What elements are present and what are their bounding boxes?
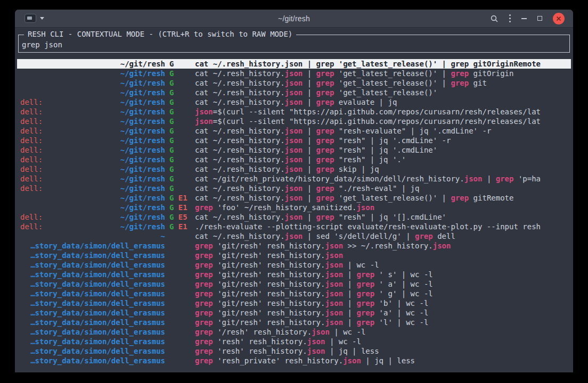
match-text: grep bbox=[356, 318, 374, 327]
history-row[interactable]: ~/git/reshGcat ~/.resh_history.json | gr… bbox=[17, 88, 571, 97]
path-label: …story_data/simon/dell_erasmus bbox=[30, 241, 165, 251]
cmd-text: | bbox=[303, 136, 316, 145]
history-row[interactable]: ~/git/reshG E1grep 'foo' ~/resh_history_… bbox=[17, 203, 571, 212]
history-row[interactable]: dell:~/git/reshG E5cat ~/.resh_history.j… bbox=[17, 212, 571, 222]
cmd-text: cat ~/git/resh_private/history_data/simo… bbox=[195, 174, 464, 183]
command-text: cat ~/.resh_history.json | grep "resh" |… bbox=[195, 155, 571, 164]
cmd-text: | bbox=[303, 213, 316, 221]
flag-ok: G bbox=[169, 174, 174, 183]
cmd-text: 'p=ha bbox=[513, 174, 541, 183]
menu-button[interactable] bbox=[509, 14, 511, 22]
match-text: grep bbox=[195, 356, 213, 365]
cmd-text: | bbox=[303, 79, 316, 87]
history-row[interactable]: …story_data/simon/dell_erasmusgrep 'resh… bbox=[17, 356, 571, 365]
match-text: grep bbox=[356, 299, 374, 307]
cmd-text: | wc -l bbox=[343, 261, 379, 269]
match-text: json bbox=[325, 280, 343, 288]
window-title: ~/git/resh bbox=[132, 14, 456, 23]
terminal-content: RESH CLI - CONTEXTUAL MODE - (CTRL+R to … bbox=[15, 28, 573, 372]
history-row[interactable]: …story_data/simon/dell_erasmusgrep 'git/… bbox=[17, 308, 571, 318]
match-text: json bbox=[285, 146, 303, 154]
cmd-text: 'git/resh' resh_history. bbox=[213, 270, 325, 279]
match-text: grep bbox=[316, 88, 334, 97]
history-row[interactable]: dell:~/git/reshGcat ~/.resh_history.json… bbox=[17, 184, 571, 193]
history-row[interactable]: dell:~/git/reshGcat ~/git/resh_private/h… bbox=[17, 174, 571, 184]
history-row[interactable]: dell:~/git/reshGjson=$(curl --silent "ht… bbox=[17, 107, 571, 116]
history-row[interactable]: dell:~/git/reshG E1./resh-evaluate --plo… bbox=[17, 222, 571, 231]
path-label: ~/git/resh bbox=[120, 88, 165, 97]
history-row[interactable]: …story_data/simon/dell_erasmusgrep '/res… bbox=[17, 327, 571, 337]
path-label: ~/git/resh bbox=[120, 126, 165, 136]
history-row[interactable]: dell:~/git/reshGcat ~/.resh_history.json… bbox=[17, 145, 571, 155]
row-left: …story_data/simon/dell_erasmus bbox=[17, 337, 165, 346]
match-text: grep bbox=[451, 60, 469, 68]
history-row[interactable]: …story_data/simon/dell_erasmusgrep 'resh… bbox=[17, 337, 571, 346]
history-row[interactable]: …story_data/simon/dell_erasmusgrep 'git/… bbox=[17, 298, 571, 308]
history-row[interactable]: dell:~/git/reshGjson=$(curl --silent "ht… bbox=[17, 116, 571, 126]
match-text: grep bbox=[451, 79, 469, 87]
history-row[interactable]: ~cat ~/.resh_history.json | sed 's/dell/… bbox=[17, 231, 571, 241]
flags: G bbox=[169, 59, 192, 69]
flags: G bbox=[169, 164, 192, 174]
history-row[interactable]: dell:~/git/reshGcat ~/.resh_history.json… bbox=[17, 164, 571, 174]
history-row[interactable]: …story_data/simon/dell_erasmusgrep 'resh… bbox=[17, 346, 571, 356]
match-text: grep bbox=[316, 69, 334, 78]
cmd-text: cat ~/.resh_history. bbox=[195, 232, 285, 240]
match-text: json bbox=[325, 318, 343, 327]
match-text: json bbox=[325, 251, 343, 260]
cmd-text: | bbox=[343, 270, 356, 279]
cmd-text: | bbox=[303, 146, 316, 154]
cmd-text: | bbox=[303, 88, 316, 97]
command-text: cat ~/.resh_history.json | grep skip | j… bbox=[195, 164, 571, 174]
row-left: dell:~/git/resh bbox=[17, 212, 165, 222]
flag-ok: G bbox=[169, 127, 174, 135]
history-row[interactable]: …story_data/simon/dell_erasmusgrep 'git/… bbox=[17, 241, 571, 251]
history-row[interactable]: …story_data/simon/dell_erasmusgrep 'git/… bbox=[17, 318, 571, 327]
match-text: grep bbox=[316, 165, 334, 173]
flags: G E1 bbox=[169, 193, 192, 203]
minimize-button[interactable] bbox=[521, 18, 527, 19]
close-button[interactable] bbox=[553, 13, 565, 24]
restore-button[interactable] bbox=[537, 16, 542, 21]
cmd-text: 'resh' resh_history. bbox=[213, 347, 307, 355]
command-text: cat ~/.resh_history.json | grep "./resh-… bbox=[195, 184, 571, 193]
cmd-text: =$(curl --silent "https://api.github.com… bbox=[213, 107, 541, 116]
history-row[interactable]: ~/git/reshGcat ~/.resh_history.json | gr… bbox=[17, 78, 571, 88]
path-label: ~/git/resh bbox=[120, 155, 165, 164]
history-row[interactable]: ~/git/reshGcat ~/.resh_history.json | gr… bbox=[17, 59, 571, 69]
flag-ok: G bbox=[169, 60, 174, 68]
flags: G bbox=[169, 69, 192, 78]
command-text: cat ~/.resh_history.json | sed 's/dell/d… bbox=[195, 231, 571, 241]
row-left: …story_data/simon/dell_erasmus bbox=[17, 260, 165, 270]
row-left: ~/git/resh bbox=[17, 69, 165, 78]
history-row[interactable]: ~/git/reshGcat ~/.resh_history.json | gr… bbox=[17, 69, 571, 78]
app-menu-button[interactable] bbox=[23, 13, 45, 24]
history-row[interactable]: …story_data/simon/dell_erasmusgrep 'git/… bbox=[17, 251, 571, 260]
history-row[interactable]: …story_data/simon/dell_erasmusgrep 'git/… bbox=[17, 260, 571, 270]
path-label: ~/git/resh bbox=[120, 136, 165, 145]
match-text: json bbox=[285, 127, 303, 135]
cmd-text: 'resh' resh_history. bbox=[213, 337, 307, 346]
path-label: …story_data/simon/dell_erasmus bbox=[30, 279, 165, 289]
search-button[interactable] bbox=[490, 14, 499, 23]
command-text: grep 'git/resh' resh_history.json | grep… bbox=[195, 318, 571, 327]
cmd-text: 'git/resh' resh_history. bbox=[213, 280, 325, 288]
path-label: …story_data/simon/dell_erasmus bbox=[30, 270, 165, 279]
history-row[interactable]: dell:~/git/reshGcat ~/.resh_history.json… bbox=[17, 155, 571, 164]
history-row[interactable]: dell:~/git/reshGcat ~/.resh_history.json… bbox=[17, 136, 571, 145]
history-row[interactable]: …story_data/simon/dell_erasmusgrep 'git/… bbox=[17, 289, 571, 298]
history-row[interactable]: ~/git/reshG E1cat ~/.resh_history.json |… bbox=[17, 193, 571, 203]
flag-ok: G bbox=[169, 146, 174, 154]
history-row[interactable]: dell:~/git/reshGcat ~/.resh_history.json… bbox=[17, 97, 571, 107]
cmd-text: "resh-evaluate" | jq '.cmdLine' -r bbox=[334, 127, 491, 135]
search-input[interactable]: grep json bbox=[22, 40, 565, 49]
flag-ok: G bbox=[169, 184, 174, 193]
history-row[interactable]: dell:~/git/reshGcat ~/.resh_history.json… bbox=[17, 126, 571, 136]
match-text: json bbox=[343, 356, 361, 365]
cmd-text: 'git/resh' resh_history. bbox=[213, 242, 325, 250]
command-text: grep 'git/resh' resh_history.json | grep… bbox=[195, 308, 571, 318]
history-row[interactable]: …story_data/simon/dell_erasmusgrep 'git/… bbox=[17, 279, 571, 289]
row-left: …story_data/simon/dell_erasmus bbox=[17, 289, 165, 298]
history-row[interactable]: …story_data/simon/dell_erasmusgrep 'git/… bbox=[17, 270, 571, 279]
match-text: grep bbox=[195, 251, 213, 260]
